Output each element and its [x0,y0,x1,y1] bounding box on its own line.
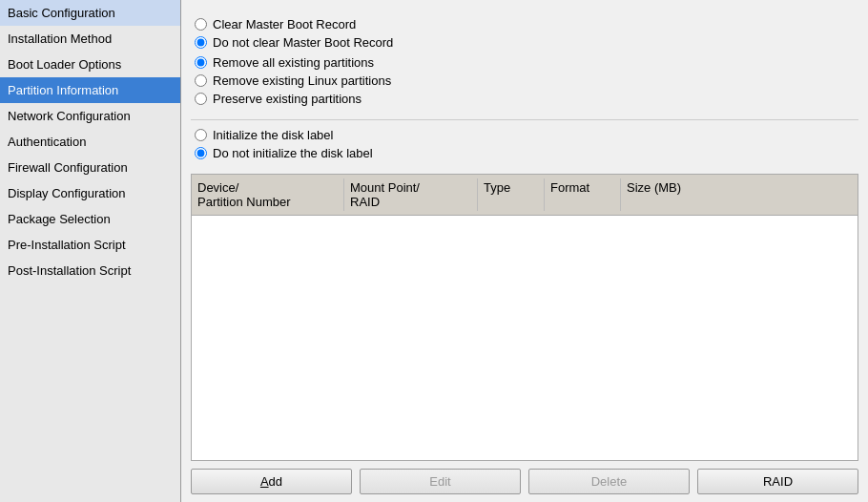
radio-init-disk[interactable] [195,129,207,141]
radio-label-remove-all: Remove all existing partitions [213,55,374,70]
radio-row-clear-mbr[interactable]: Clear Master Boot Record [195,17,858,31]
sidebar-item-authentication[interactable]: Authentication [0,129,180,155]
sidebar-item-package-selection[interactable]: Package Selection [0,206,180,232]
edit-button: Edit [360,469,521,494]
raid-button[interactable]: RAID [697,469,858,494]
sidebar-item-boot-loader-options[interactable]: Boot Loader Options [0,52,180,77]
col-header-mount: Mount Point/ RAID [344,178,478,211]
radio-group-mbr: Clear Master Boot RecordDo not clear Mas… [191,17,858,50]
add-button[interactable]: Add [191,469,352,494]
radio-label-remove-linux: Remove existing Linux partitions [213,73,391,88]
radio-label-init-disk: Initialize the disk label [213,128,333,142]
col-header-device: Device/ Partition Number [192,178,344,211]
sidebar: Basic ConfigurationInstallation MethodBo… [0,0,181,502]
radio-label-no-init-disk: Do not initialize the disk label [213,146,373,160]
divider [191,119,858,120]
sidebar-item-firewall-configuration[interactable]: Firewall Configuration [0,155,180,180]
table-body [192,216,858,426]
delete-button: Delete [528,469,690,494]
radio-remove-all[interactable] [195,56,207,69]
sidebar-item-partition-information[interactable]: Partition Information [0,77,180,103]
radio-remove-linux[interactable] [195,74,207,87]
sidebar-item-installation-method[interactable]: Installation Method [0,26,180,52]
radio-group-disk: Initialize the disk labelDo not initiali… [191,128,858,160]
table-header: Device/ Partition NumberMount Point/ RAI… [192,175,858,216]
radio-label-clear-mbr: Clear Master Boot Record [213,17,356,31]
radio-label-no-clear-mbr: Do not clear Master Boot Record [213,35,393,50]
radio-no-init-disk[interactable] [195,147,207,159]
radio-preserve[interactable] [195,93,207,105]
sidebar-item-pre-installation-script[interactable]: Pre-Installation Script [0,232,180,258]
sidebar-item-post-installation-script[interactable]: Post-Installation Script [0,258,180,283]
col-header-format: Format [545,178,621,211]
radio-row-preserve[interactable]: Preserve existing partitions [195,92,858,106]
radio-no-clear-mbr[interactable] [195,36,207,49]
sidebar-item-display-configuration[interactable]: Display Configuration [0,180,180,206]
radio-group-partitions: Remove all existing partitionsRemove exi… [191,55,858,106]
sidebar-item-basic-configuration[interactable]: Basic Configuration [0,0,180,26]
radio-clear-mbr[interactable] [195,18,207,31]
col-header-type: Type [478,178,545,211]
partition-table: Device/ Partition NumberMount Point/ RAI… [191,174,858,461]
main-content: Clear Master Boot RecordDo not clear Mas… [181,0,868,502]
button-row: AddEditDeleteRAID [191,469,858,494]
radio-row-init-disk[interactable]: Initialize the disk label [195,128,858,142]
radio-row-remove-linux[interactable]: Remove existing Linux partitions [195,73,858,88]
radio-label-preserve: Preserve existing partitions [213,92,362,106]
sidebar-item-network-configuration[interactable]: Network Configuration [0,103,180,129]
col-header-size: Size (MB) [621,178,858,211]
radio-row-remove-all[interactable]: Remove all existing partitions [195,55,858,70]
radio-row-no-init-disk[interactable]: Do not initialize the disk label [195,146,858,160]
radio-row-no-clear-mbr[interactable]: Do not clear Master Boot Record [195,35,858,50]
